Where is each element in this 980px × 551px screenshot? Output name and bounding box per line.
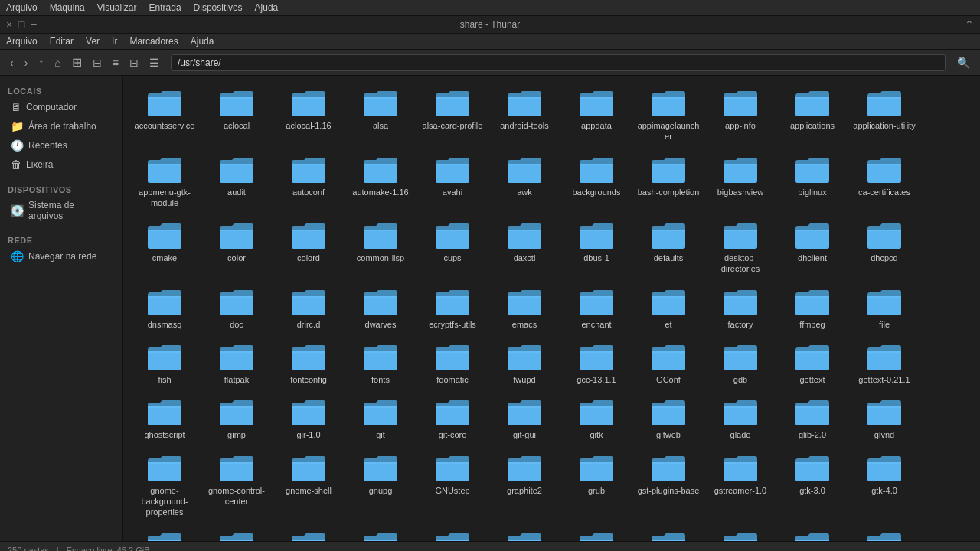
folder-item[interactable]: alsa-card-profile xyxy=(418,83,487,147)
folder-item[interactable]: app-info xyxy=(706,83,775,147)
menu-arquivo[interactable]: Arquivo xyxy=(6,2,38,13)
folder-item[interactable]: graphite2 xyxy=(490,448,559,523)
up-button[interactable]: ↑ xyxy=(34,54,47,71)
folder-item[interactable]: daxctl xyxy=(490,216,559,279)
folder-item[interactable]: grub xyxy=(562,448,631,523)
folder-item[interactable]: hwdata xyxy=(634,526,703,541)
detail-view-button[interactable]: ☰ xyxy=(145,54,163,71)
folder-item[interactable]: dhcpcd xyxy=(850,216,919,279)
folder-item[interactable]: desktop-directories xyxy=(706,216,775,279)
compact-view-button[interactable]: ⊟ xyxy=(89,54,106,71)
folder-item[interactable]: fontconfig xyxy=(274,337,343,390)
menu-ajuda-thunar[interactable]: Ajuda xyxy=(191,36,214,47)
sidebar-item-desktop[interactable]: 📁 Área de trabalho xyxy=(3,117,119,135)
folder-item[interactable]: gettext xyxy=(778,337,847,390)
sidebar-item-lixeira[interactable]: 🗑 Lixeira xyxy=(3,155,119,174)
folder-item[interactable]: emacs xyxy=(490,282,559,334)
folder-item[interactable]: gdb xyxy=(706,337,775,390)
folder-item[interactable]: backgrounds xyxy=(562,150,631,214)
folder-item[interactable]: aclocal xyxy=(202,83,271,147)
address-bar[interactable] xyxy=(171,54,946,71)
folder-item[interactable]: gitk xyxy=(562,393,631,445)
folder-item[interactable]: GNUstep xyxy=(418,448,487,523)
folder-item[interactable]: dbus-1 xyxy=(562,216,631,279)
folder-item[interactable]: alsa xyxy=(346,83,415,147)
close-btn[interactable]: × xyxy=(5,20,14,29)
menu-ir[interactable]: Ir xyxy=(112,36,117,47)
folder-item[interactable]: foomatic xyxy=(418,337,487,390)
menu-entrada[interactable]: Entrada xyxy=(149,2,181,13)
folder-item[interactable]: application-utility xyxy=(850,83,919,147)
folder-item[interactable]: awk xyxy=(490,150,559,214)
minimize-btn[interactable]: □ xyxy=(17,20,26,29)
menu-editar[interactable]: Editar xyxy=(50,36,74,47)
folder-item[interactable]: gstreamer-1.0 xyxy=(706,448,775,523)
folder-item[interactable]: guile xyxy=(418,526,487,541)
folder-item[interactable]: dnsmasq xyxy=(130,282,199,334)
folder-item[interactable]: color xyxy=(202,216,271,279)
folder-item[interactable]: gnome-background-properties xyxy=(130,448,199,523)
folder-item[interactable]: gtksourceview-4 xyxy=(274,526,343,541)
folder-item[interactable]: gcc-13.1.1 xyxy=(562,337,631,390)
folder-item[interactable]: appimagelauncher xyxy=(634,83,703,147)
search-button[interactable]: 🔍 xyxy=(953,54,974,71)
folder-item[interactable]: i18n xyxy=(706,526,775,541)
folder-item[interactable]: drirc.d xyxy=(274,282,343,334)
folder-item[interactable]: gtk-4.0 xyxy=(850,448,919,523)
maximize-btn[interactable]: ⌃ xyxy=(965,18,974,31)
restore-btn[interactable]: − xyxy=(29,20,38,29)
menu-marcadores[interactable]: Marcadores xyxy=(129,36,178,47)
folder-item[interactable]: enchant xyxy=(562,282,631,334)
folder-item[interactable]: gnome-shell xyxy=(274,448,343,523)
tree-view-button[interactable]: ⊟ xyxy=(126,54,142,71)
folder-item[interactable]: gettext-0.21.1 xyxy=(850,337,919,390)
folder-item[interactable]: gnome-control-center xyxy=(202,448,271,523)
sidebar-item-recentes[interactable]: 🕐 Recentes xyxy=(3,136,119,155)
folder-item[interactable]: android-tools xyxy=(490,83,559,147)
menu-arquivo-thunar[interactable]: Arquivo xyxy=(6,36,38,47)
folder-item[interactable]: gnupg xyxy=(346,448,415,523)
folder-item[interactable]: appdata xyxy=(562,83,631,147)
folder-item[interactable]: colord xyxy=(274,216,343,279)
folder-item[interactable]: factory xyxy=(706,282,775,334)
menu-maquina[interactable]: Máquina xyxy=(50,2,85,13)
folder-item[interactable]: doc xyxy=(202,282,271,334)
folder-item[interactable]: glvnd xyxy=(850,393,919,445)
folder-item[interactable]: bigbashview xyxy=(706,150,775,214)
list-view-button[interactable]: ≡ xyxy=(109,54,122,71)
back-button[interactable]: ‹ xyxy=(6,54,18,71)
home-button[interactable]: ⌂ xyxy=(51,54,64,71)
folder-item[interactable]: icons xyxy=(850,526,919,541)
folder-item[interactable]: gtk-doc xyxy=(130,526,199,541)
folder-item[interactable]: defaults xyxy=(634,216,703,279)
grid-view-button[interactable]: ⊞ xyxy=(68,53,86,72)
folder-item[interactable]: common-lisp xyxy=(346,216,415,279)
folder-item[interactable]: dhclient xyxy=(778,216,847,279)
folder-item[interactable]: flatpak xyxy=(202,337,271,390)
folder-item[interactable]: ffmpeg xyxy=(778,282,847,334)
folder-item[interactable]: autoconf xyxy=(274,150,343,214)
folder-item[interactable]: gtksourceview-3.0 xyxy=(202,526,271,541)
folder-item[interactable]: cmake xyxy=(130,216,199,279)
folder-item[interactable]: aclocal-1.16 xyxy=(274,83,343,147)
folder-item[interactable]: gvfs xyxy=(562,526,631,541)
folder-item[interactable]: fish xyxy=(130,337,199,390)
folder-item[interactable]: dwarves xyxy=(346,282,415,334)
folder-item[interactable]: gufw xyxy=(346,526,415,541)
folder-item[interactable]: fonts xyxy=(346,337,415,390)
folder-item[interactable]: gtk-3.0 xyxy=(778,448,847,523)
folder-item[interactable]: cups xyxy=(418,216,487,279)
forward-button[interactable]: › xyxy=(21,54,32,71)
folder-item[interactable]: biglinux xyxy=(778,150,847,214)
sidebar-item-computador[interactable]: 🖥 Computador xyxy=(3,98,119,116)
folder-item[interactable]: bash-completion xyxy=(634,150,703,214)
folder-item[interactable]: git-core xyxy=(418,393,487,445)
folder-item[interactable]: glade xyxy=(706,393,775,445)
folder-item[interactable]: ghostscript xyxy=(130,393,199,445)
folder-item[interactable]: ca-certificates xyxy=(850,150,919,214)
folder-item[interactable]: gitweb xyxy=(634,393,703,445)
folder-item[interactable]: gimp xyxy=(202,393,271,445)
folder-item[interactable]: et xyxy=(634,282,703,334)
folder-item[interactable]: gst-plugins-base xyxy=(634,448,703,523)
menu-visualizar[interactable]: Visualizar xyxy=(97,2,137,13)
